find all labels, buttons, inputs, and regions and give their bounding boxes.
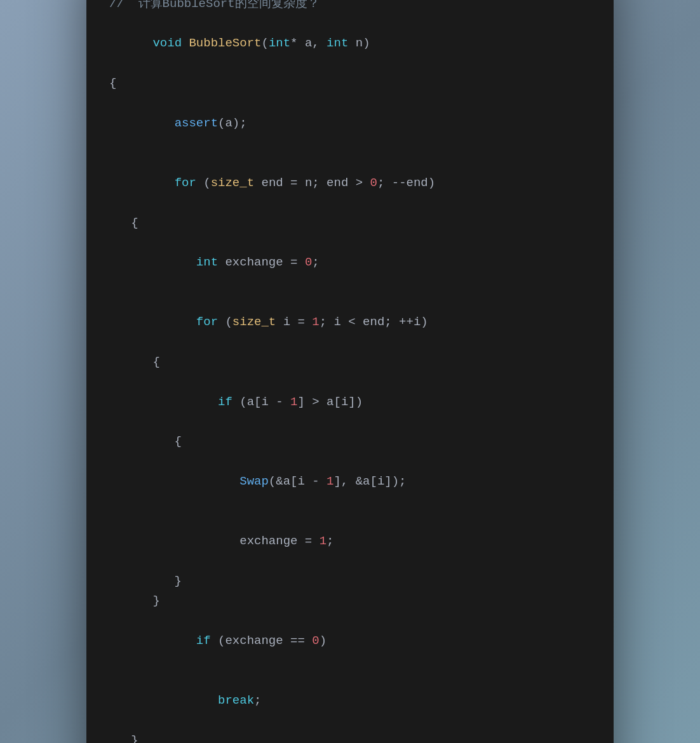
brace-open-3: { bbox=[109, 352, 591, 372]
for-line-1: for (size_t end = n; end > 0; --end) bbox=[109, 154, 591, 213]
brace-open-2: { bbox=[109, 213, 591, 233]
code-editor: // 计算BubbleSort的空间复杂度？ void BubbleSort(i… bbox=[86, 0, 614, 743]
exchange-assign-line: exchange = 1; bbox=[109, 512, 591, 572]
brace-close-3: } bbox=[109, 591, 591, 611]
if-exchange-line: if (exchange == 0) bbox=[109, 611, 591, 671]
for-line-2: for (size_t i = 1; i < end; ++i) bbox=[109, 293, 591, 352]
swap-line: Swap(&a[i - 1], &a[i]); bbox=[109, 452, 591, 512]
signature-line: void BubbleSort(int* a, int n) bbox=[109, 14, 591, 74]
brace-close-2: } bbox=[109, 731, 591, 743]
code-window: // 计算BubbleSort的空间复杂度？ void BubbleSort(i… bbox=[86, 0, 614, 743]
assert-line: assert(a); bbox=[109, 94, 591, 154]
brace-close-4: } bbox=[109, 572, 591, 591]
if-line: if (a[i - 1] > a[i]) bbox=[109, 372, 591, 432]
brace-open-4: { bbox=[109, 432, 591, 452]
break-line: break; bbox=[109, 671, 591, 730]
int-exchange-line: int exchange = 0; bbox=[109, 233, 591, 293]
brace-open-1: { bbox=[109, 74, 591, 93]
comment-line: // 计算BubbleSort的空间复杂度？ bbox=[109, 0, 591, 14]
